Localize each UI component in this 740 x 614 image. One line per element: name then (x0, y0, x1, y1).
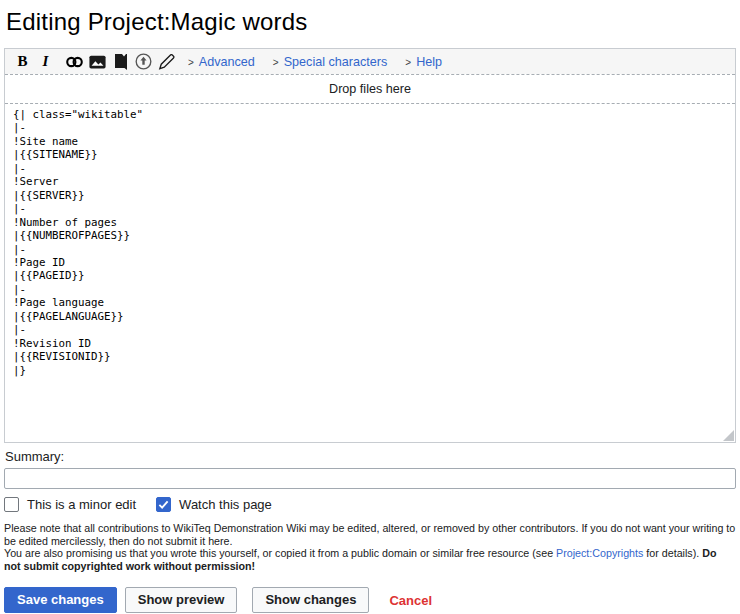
copyright-paragraph-1: Please note that all contributions to Wi… (4, 522, 736, 547)
watch-page-checkbox[interactable] (156, 497, 171, 512)
drop-files-zone[interactable]: Drop files here (5, 74, 735, 104)
edit-options-row: This is a minor edit Watch this page (4, 497, 736, 512)
toolbar-section-label: Advanced (199, 55, 255, 69)
copyright-text: for details). (643, 547, 702, 559)
page-title: Editing Project:Magic words (6, 7, 736, 36)
minor-edit-option[interactable]: This is a minor edit (4, 497, 136, 512)
wikitext-editor-wrap: {| class="wikitable" |- !Site name |{{SI… (5, 104, 735, 442)
chevron-right-icon: > (273, 55, 279, 68)
edit-page: Editing Project:Magic words B I (0, 7, 740, 613)
drop-files-label: Drop files here (329, 82, 411, 96)
link-icon (65, 55, 84, 69)
chevron-right-icon: > (405, 55, 411, 68)
edit-toolbar: B I (5, 49, 735, 74)
edit-actions-row: Save changes Show preview Show changes C… (4, 587, 736, 613)
check-icon (158, 499, 169, 510)
resize-handle-icon[interactable] (723, 430, 734, 441)
cancel-link[interactable]: Cancel (389, 593, 432, 608)
show-preview-button[interactable]: Show preview (125, 587, 238, 613)
chevron-right-icon: > (188, 55, 194, 68)
toolbar-section-special-characters[interactable]: > Special characters (273, 55, 387, 69)
watch-page-label: Watch this page (179, 497, 272, 512)
toolbar-section-advanced[interactable]: > Advanced (188, 55, 255, 69)
toolbar-section-help[interactable]: > Help (405, 55, 442, 69)
wikitext-editor[interactable]: {| class="wikitable" |- !Site name |{{SI… (5, 104, 735, 442)
copyright-text: You are also promising us that you wrote… (4, 547, 556, 559)
bold-button[interactable]: B (11, 50, 34, 73)
reference-button[interactable] (109, 50, 132, 73)
copyright-notice: Please note that all contributions to Wi… (4, 522, 736, 572)
toolbar-sections: > Advanced > Special characters > Help (188, 55, 460, 69)
project-copyrights-link[interactable]: Project:Copyrights (556, 547, 643, 559)
image-button[interactable] (86, 50, 109, 73)
signature-pencil-icon (158, 54, 175, 70)
image-icon (89, 55, 106, 69)
upload-button[interactable] (132, 50, 155, 73)
upload-circle-icon (135, 53, 152, 70)
minor-edit-checkbox[interactable] (4, 497, 19, 512)
toolbar-section-label: Special characters (284, 55, 388, 69)
reference-book-icon (114, 54, 128, 70)
toolbar-section-label: Help (416, 55, 442, 69)
minor-edit-label: This is a minor edit (27, 497, 136, 512)
save-changes-button[interactable]: Save changes (4, 587, 117, 613)
signature-button[interactable] (155, 50, 178, 73)
editor-box: B I (4, 48, 736, 443)
summary-label: Summary: (5, 449, 736, 464)
copyright-paragraph-2: You are also promising us that you wrote… (4, 547, 736, 572)
show-changes-button[interactable]: Show changes (252, 587, 369, 613)
watch-page-option[interactable]: Watch this page (156, 497, 272, 512)
summary-input[interactable] (4, 468, 736, 489)
link-button[interactable] (63, 50, 86, 73)
italic-button[interactable]: I (34, 50, 57, 73)
